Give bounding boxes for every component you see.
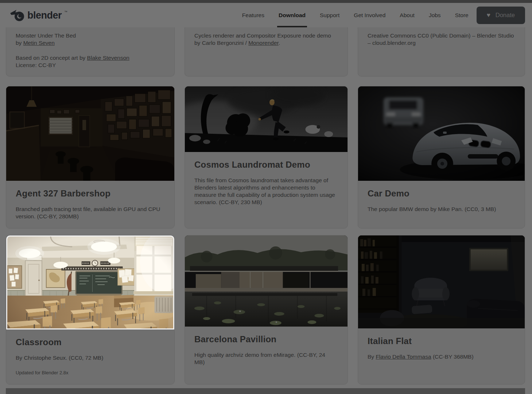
card-exposure-node-demo: Cycles renderer and Compositor Exposure … <box>185 27 348 77</box>
italian-byline-prefix: By <box>368 354 376 360</box>
nav-download[interactable]: Download <box>279 12 306 19</box>
nav-store[interactable]: Store <box>455 12 469 19</box>
card-description: High quality archviz demo from eMirage. … <box>194 351 332 366</box>
card-agent-327: Agent 327 Barbershop Branched path traci… <box>6 86 175 229</box>
footer-band <box>6 388 525 394</box>
card-text: Based on 2D concept art by Blake Stevens… <box>16 54 165 69</box>
donate-label: Donate <box>496 12 515 19</box>
card-note: Updated for Blender 2.8x <box>16 370 165 375</box>
exposure-line: Cycles renderer and Compositor Exposure … <box>194 32 331 39</box>
nav-links: Features Download Support Get Involved A… <box>242 12 469 19</box>
card-description: Branched path tracing test file, availab… <box>16 206 165 220</box>
card-title: Barcelona Pavillion <box>194 334 338 344</box>
agent-327-thumbnail <box>6 86 174 181</box>
brand-name: blender <box>27 9 62 21</box>
card-cosmos-laundromat: Cosmos Laundromat Demo This file from Co… <box>185 86 348 229</box>
card-description: The popular BMW demo by Mike Pan. (CC0, … <box>368 206 515 213</box>
grid-row-2: Agent 327 Barbershop Branched path traci… <box>6 86 525 229</box>
nav-support[interactable]: Support <box>320 12 339 19</box>
exposure-byline-prefix: by Carlo Bergonzini / <box>194 40 248 46</box>
card-classroom: Classroom By Christophe Seux. (CC0, 72 M… <box>6 235 175 385</box>
barcelona-pavillion-thumbnail <box>185 235 347 327</box>
italian-byline-suffix: (CC-BY 368MB) <box>431 354 474 360</box>
monster-title-line: Monster Under The Bed <box>16 32 76 39</box>
cc0-line-1: Creative Commons CC0 (Public Domain) – B… <box>368 32 514 39</box>
cc0-line-2: – cloud.blender.org <box>368 40 416 46</box>
blender-logo-icon <box>10 9 25 21</box>
link-blake-stevenson[interactable]: Blake Stevenson <box>87 55 129 61</box>
site-navbar: blender ™ Features Download Support Get … <box>0 3 532 27</box>
italian-flat-thumbnail <box>358 235 525 328</box>
card-title: Car Demo <box>368 188 515 199</box>
nav-jobs[interactable]: Jobs <box>429 12 441 19</box>
card-cc0-license: Creative Commons CC0 (Public Domain) – B… <box>358 27 525 77</box>
car-demo-thumbnail <box>358 86 525 181</box>
monster-byline-prefix: by <box>16 40 23 46</box>
cosmos-laundromat-thumbnail <box>185 86 347 152</box>
card-title: Classroom <box>16 337 165 347</box>
grid-row-3: Classroom By Christophe Seux. (CC0, 72 M… <box>6 235 525 385</box>
card-description: This file from Cosmos laundromat takes a… <box>194 177 338 206</box>
card-car-demo: Car Demo The popular BMW demo by Mike Pa… <box>358 86 525 229</box>
nav-features[interactable]: Features <box>242 12 264 19</box>
exposure-byline-suffix: . <box>279 40 280 46</box>
brand-trademark: ™ <box>64 10 67 14</box>
card-description: By Flavio Della Tommasa (CC-BY 368MB) <box>368 353 515 360</box>
donate-button[interactable]: ♥ Donate <box>477 7 525 24</box>
link-monorender[interactable]: Monorender <box>248 40 279 46</box>
card-description: By Christophe Seux. (CC0, 72 MB) <box>16 354 165 362</box>
nav-about[interactable]: About <box>400 12 415 19</box>
grid-row-1: Monster Under The Bed by Metin Seven Bas… <box>6 27 525 77</box>
card-title: Agent 327 Barbershop <box>16 188 165 199</box>
card-text: Creative Commons CC0 (Public Domain) – B… <box>368 32 515 47</box>
card-text: Monster Under The Bed by Metin Seven <box>16 32 165 47</box>
card-text: Cycles renderer and Compositor Exposure … <box>194 32 338 47</box>
card-barcelona-pavillion: Barcelona Pavillion High quality archviz… <box>185 235 348 385</box>
monster-license: License: CC-BY <box>16 62 56 68</box>
demo-files-grid: Monster Under The Bed by Metin Seven Bas… <box>0 27 532 394</box>
classroom-thumbnail[interactable] <box>6 235 174 329</box>
blender-logo[interactable]: blender ™ <box>10 9 67 21</box>
link-metin-seven[interactable]: Metin Seven <box>23 40 55 46</box>
card-title: Italian Flat <box>368 336 515 346</box>
card-italian-flat: Italian Flat By Flavio Della Tommasa (CC… <box>358 235 525 385</box>
link-flavio-della-tommasa[interactable]: Flavio Della Tommasa <box>376 354 431 360</box>
card-monster-under-the-bed: Monster Under The Bed by Metin Seven Bas… <box>6 27 175 77</box>
nav-get-involved[interactable]: Get Involved <box>354 12 385 19</box>
window-top-strip <box>0 0 532 3</box>
monster-credit-prefix: Based on 2D concept art by <box>16 55 87 61</box>
heart-icon: ♥ <box>487 12 490 18</box>
card-title: Cosmos Laundromat Demo <box>194 160 338 170</box>
